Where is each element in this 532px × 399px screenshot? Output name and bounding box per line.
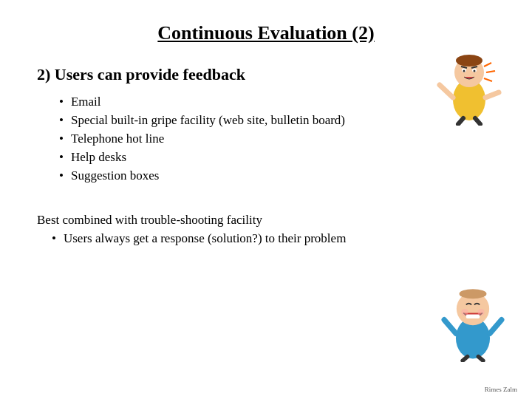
svg-line-23: [490, 320, 502, 333]
svg-line-12: [475, 118, 480, 124]
svg-line-25: [478, 357, 482, 361]
slide-title: Continuous Evaluation (2): [37, 22, 495, 44]
svg-point-5: [463, 70, 466, 72]
section-heading: 2) Users can provide feedback: [37, 65, 495, 84]
bottom-bullet-item: Users always get a response (solution?) …: [52, 231, 495, 246]
svg-rect-19: [466, 314, 480, 318]
svg-line-14: [486, 71, 495, 72]
cartoon-bottom-right-illustration: [436, 273, 510, 362]
slide-footer: Rimes Zalm: [485, 386, 517, 393]
list-item: Telephone hot line: [59, 132, 495, 146]
bottom-section: Best combined with trouble-shooting faci…: [37, 213, 495, 246]
slide: Continuous Evaluation (2) 2) Users can p…: [0, 0, 532, 399]
svg-line-13: [484, 63, 491, 66]
svg-point-21: [477, 309, 484, 316]
svg-line-10: [485, 92, 499, 98]
svg-line-22: [444, 320, 456, 333]
list-item: Suggestion boxes: [59, 168, 495, 183]
cartoon-top-right-illustration: [429, 44, 510, 126]
svg-line-11: [458, 118, 463, 124]
bottom-heading: Best combined with trouble-shooting faci…: [37, 213, 495, 228]
svg-line-24: [463, 357, 467, 361]
svg-point-20: [461, 309, 468, 316]
svg-point-6: [474, 70, 476, 72]
svg-point-18: [460, 289, 487, 299]
svg-line-9: [440, 85, 453, 98]
svg-line-15: [484, 78, 492, 81]
list-item: Help desks: [59, 150, 495, 165]
svg-point-2: [456, 55, 482, 66]
